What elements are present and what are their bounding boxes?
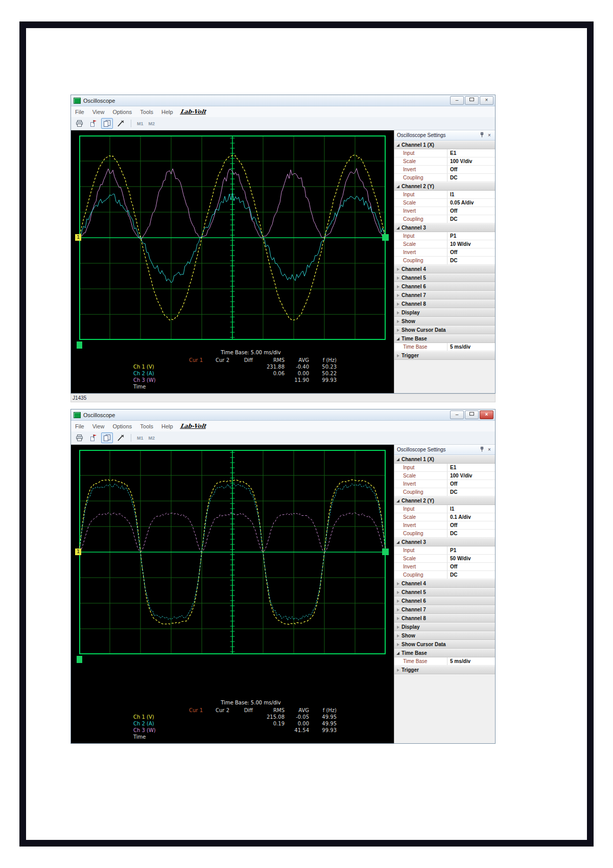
settings-section-trigger[interactable]: Trigger	[394, 666, 495, 674]
expand-icon[interactable]	[397, 626, 399, 629]
expand-icon[interactable]	[397, 582, 399, 585]
zero-level-marker[interactable]	[382, 234, 389, 241]
settings-section-channel-7[interactable]: Channel 7	[394, 291, 495, 300]
print-button[interactable]	[74, 118, 85, 129]
prop-value-invert[interactable]: Off	[447, 521, 495, 529]
settings-section-channel-8[interactable]: Channel 8	[394, 614, 495, 623]
collapse-icon[interactable]	[396, 185, 399, 188]
collapse-icon[interactable]	[396, 652, 399, 655]
expand-icon[interactable]	[397, 303, 399, 306]
prop-value-coupling[interactable]: DC	[447, 488, 495, 496]
expand-icon[interactable]	[397, 600, 399, 603]
prop-value-invert[interactable]: Off	[447, 248, 495, 256]
trigger-level-marker[interactable]: 1	[75, 234, 81, 241]
settings-section-channel-4[interactable]: Channel 4	[394, 579, 495, 588]
prop-value-input[interactable]: I1	[447, 505, 495, 513]
prop-value-invert[interactable]: Off	[447, 207, 495, 215]
settings-section-channel-1-x[interactable]: Channel 1 (X)	[394, 141, 495, 149]
copy-screen-button[interactable]	[101, 118, 113, 129]
menu-item-view[interactable]: View	[92, 423, 105, 429]
menu-item-help[interactable]: Help	[161, 423, 173, 429]
expand-icon[interactable]	[397, 634, 399, 637]
collapse-icon[interactable]	[396, 458, 399, 461]
menu-item-tools[interactable]: Tools	[140, 423, 153, 429]
expand-icon[interactable]	[397, 277, 399, 280]
settings-section-channel-5[interactable]: Channel 5	[394, 273, 495, 282]
prop-value-coupling[interactable]: DC	[447, 571, 495, 579]
settings-section-trigger[interactable]: Trigger	[394, 351, 495, 360]
maximize-button[interactable]	[465, 96, 479, 105]
prop-value-time-base[interactable]: 5 ms/div	[447, 657, 495, 665]
prop-value-coupling[interactable]: DC	[447, 174, 495, 181]
menu-item-file[interactable]: File	[75, 109, 84, 115]
print-button[interactable]	[74, 432, 85, 443]
memory2-button[interactable]: M2	[147, 121, 157, 126]
expand-icon[interactable]	[397, 669, 399, 672]
prop-value-coupling[interactable]: DC	[447, 257, 495, 264]
settings-section-show[interactable]: Show	[394, 317, 495, 326]
expand-icon[interactable]	[397, 285, 399, 288]
prop-value-scale[interactable]: 0.1 A/div	[447, 513, 495, 521]
settings-section-show[interactable]: Show	[394, 631, 495, 640]
prop-value-input[interactable]: E1	[447, 464, 495, 471]
collapse-icon[interactable]	[396, 337, 399, 340]
prop-value-input[interactable]: P1	[447, 232, 495, 240]
close-button[interactable]: ×	[480, 96, 493, 105]
pin-icon[interactable]	[479, 447, 485, 453]
settings-section-time-base[interactable]: Time Base	[394, 649, 495, 657]
prop-value-scale[interactable]: 100 V/div	[447, 157, 495, 165]
expand-icon[interactable]	[397, 268, 399, 271]
probe-settings-button[interactable]	[115, 432, 127, 443]
menu-item-options[interactable]: Options	[112, 423, 132, 429]
settings-section-channel-2-y[interactable]: Channel 2 (Y)	[394, 496, 495, 505]
prop-value-scale[interactable]: 10 W/div	[447, 240, 495, 248]
prop-value-coupling[interactable]: DC	[447, 215, 495, 223]
settings-section-channel-6[interactable]: Channel 6	[394, 282, 495, 291]
trigger-time-marker[interactable]	[77, 341, 82, 349]
settings-section-channel-7[interactable]: Channel 7	[394, 605, 495, 614]
expand-icon[interactable]	[397, 354, 399, 357]
collapse-icon[interactable]	[396, 499, 399, 502]
close-panel-icon[interactable]: ×	[486, 132, 492, 138]
prop-value-scale[interactable]: 100 V/div	[447, 472, 495, 479]
prop-value-input[interactable]: E1	[447, 149, 495, 157]
minimize-button[interactable]: –	[450, 410, 464, 419]
title-bar[interactable]: Oscilloscope – ×	[71, 95, 495, 106]
memory1-button[interactable]: M1	[135, 121, 145, 126]
expand-icon[interactable]	[397, 643, 399, 646]
settings-section-display[interactable]: Display	[394, 623, 495, 631]
maximize-button[interactable]	[465, 410, 479, 419]
probe-settings-button[interactable]	[115, 118, 127, 129]
settings-section-channel-3[interactable]: Channel 3	[394, 538, 495, 546]
expand-icon[interactable]	[397, 320, 399, 323]
settings-section-channel-4[interactable]: Channel 4	[394, 265, 495, 273]
prop-value-invert[interactable]: Off	[447, 480, 495, 488]
title-bar[interactable]: Oscilloscope – ×	[71, 409, 495, 421]
prop-value-scale[interactable]: 50 W/div	[447, 555, 495, 562]
collapse-icon[interactable]	[396, 144, 399, 147]
prop-value-time-base[interactable]: 5 ms/div	[447, 343, 495, 351]
pin-icon[interactable]	[479, 132, 485, 139]
settings-section-show-cursor-data[interactable]: Show Cursor Data	[394, 640, 495, 649]
menu-item-tools[interactable]: Tools	[140, 109, 153, 115]
record-data-button[interactable]	[87, 118, 99, 129]
settings-section-display[interactable]: Display	[394, 308, 495, 317]
expand-icon[interactable]	[397, 608, 399, 611]
settings-section-channel-3[interactable]: Channel 3	[394, 223, 495, 232]
settings-section-channel-1-x[interactable]: Channel 1 (X)	[394, 455, 495, 464]
expand-icon[interactable]	[397, 329, 399, 332]
settings-section-show-cursor-data[interactable]: Show Cursor Data	[394, 326, 495, 334]
close-panel-icon[interactable]: ×	[486, 447, 492, 452]
minimize-button[interactable]: –	[450, 96, 464, 105]
memory1-button[interactable]: M1	[135, 436, 145, 441]
prop-value-scale[interactable]: 0.05 A/div	[447, 199, 495, 207]
close-button[interactable]: ×	[480, 410, 493, 419]
memory2-button[interactable]: M2	[147, 436, 157, 441]
settings-section-channel-8[interactable]: Channel 8	[394, 300, 495, 308]
trigger-time-marker[interactable]	[77, 656, 82, 663]
expand-icon[interactable]	[397, 617, 399, 620]
prop-value-invert[interactable]: Off	[447, 563, 495, 570]
prop-value-invert[interactable]: Off	[447, 166, 495, 173]
menu-item-file[interactable]: File	[75, 423, 84, 429]
prop-value-coupling[interactable]: DC	[447, 530, 495, 537]
